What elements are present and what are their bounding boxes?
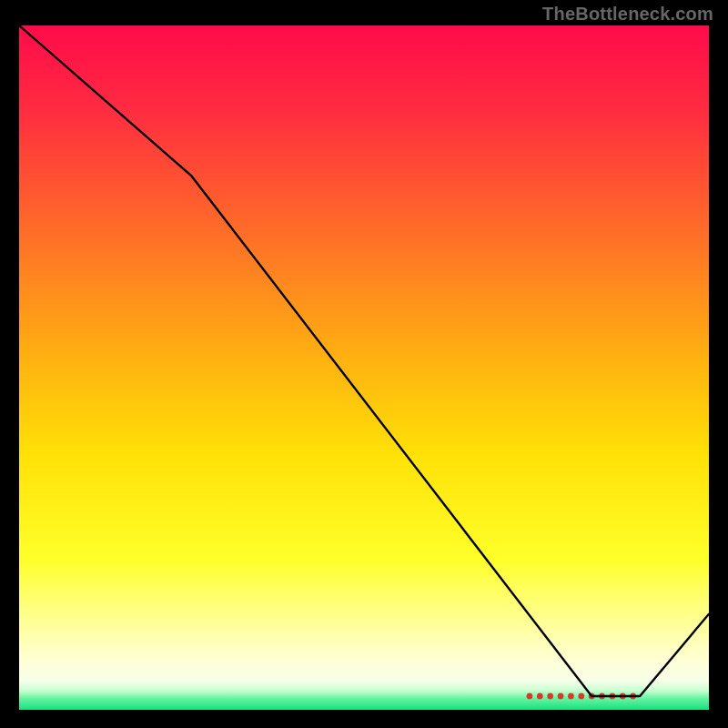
plot-area bbox=[19, 25, 709, 710]
marker-point bbox=[537, 693, 543, 700]
marker-point bbox=[568, 693, 574, 700]
chart-background bbox=[19, 25, 709, 710]
marker-point bbox=[578, 693, 584, 700]
chart-frame: TheBottleneck.com bbox=[0, 0, 728, 728]
watermark-text: TheBottleneck.com bbox=[542, 4, 713, 25]
marker-point bbox=[527, 693, 533, 700]
marker-point bbox=[547, 693, 553, 700]
marker-point bbox=[558, 693, 564, 700]
chart-svg bbox=[19, 25, 709, 710]
